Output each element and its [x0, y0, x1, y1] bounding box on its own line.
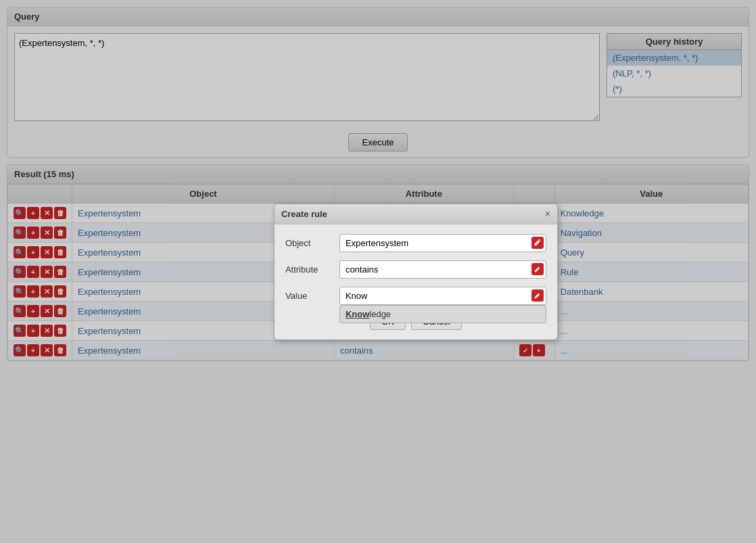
- dialog-value-input[interactable]: [339, 287, 546, 305]
- create-rule-dialog: Create rule × Object Attribute: [274, 204, 558, 340]
- edit-icon: [534, 239, 541, 247]
- dialog-attribute-field: Attribute: [285, 260, 546, 279]
- dialog-body: Object Attribute Value: [275, 225, 557, 339]
- dialog-value-field: Value Knowledge: [285, 287, 546, 305]
- dialog-object-edit-icon[interactable]: [531, 237, 544, 249]
- dialog-attribute-label: Attribute: [285, 264, 339, 275]
- dialog-value-edit-icon[interactable]: [531, 289, 544, 302]
- dialog-value-label: Value: [285, 291, 339, 301]
- autocomplete-highlight: Know: [346, 309, 369, 319]
- autocomplete-suffix: ledge: [369, 309, 391, 319]
- dialog-object-label: Object: [285, 238, 339, 248]
- dialog-attribute-input[interactable]: [339, 260, 546, 279]
- dialog-attribute-input-wrap: [339, 260, 546, 279]
- dialog-value-input-wrap: Knowledge: [339, 287, 546, 305]
- autocomplete-item-0[interactable]: Knowledge: [340, 306, 546, 323]
- dialog-titlebar: Create rule ×: [275, 204, 557, 225]
- dialog-title: Create rule: [281, 209, 327, 219]
- edit-icon: [534, 292, 541, 300]
- autocomplete-dropdown: Knowledge: [339, 305, 546, 323]
- dialog-close-button[interactable]: ×: [545, 209, 550, 218]
- dialog-attribute-edit-icon[interactable]: [531, 263, 544, 275]
- edit-icon: [534, 266, 541, 273]
- dialog-object-field: Object: [285, 234, 546, 252]
- dialog-object-input[interactable]: [339, 234, 546, 252]
- dialog-object-input-wrap: [339, 234, 546, 252]
